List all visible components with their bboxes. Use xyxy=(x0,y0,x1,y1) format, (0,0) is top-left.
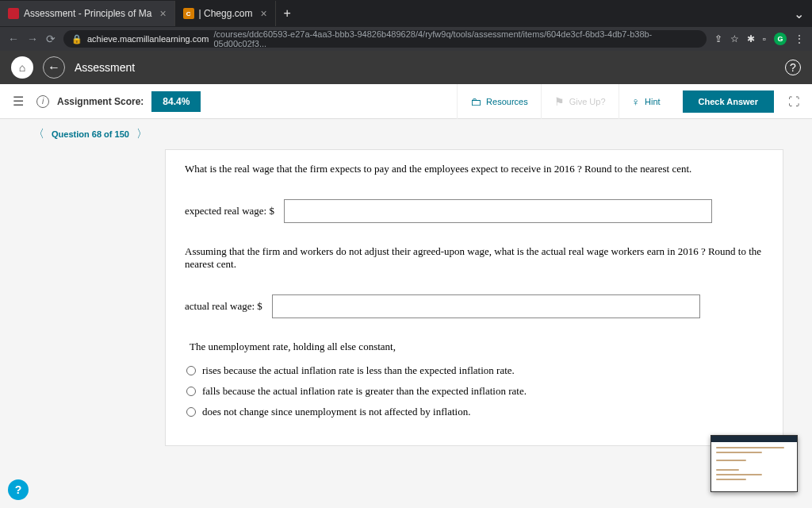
score-value: 84.4% xyxy=(151,91,201,112)
thumbnail-content xyxy=(711,442,797,488)
radio-icon xyxy=(186,366,196,375)
tab-assessment[interactable]: Assessment - Principles of Ma × xyxy=(0,1,175,26)
back-button[interactable]: ← xyxy=(8,33,19,45)
radio-option-3[interactable]: does not change since unemployment is no… xyxy=(185,406,764,418)
list-icon[interactable]: ☰ xyxy=(8,94,29,109)
share-icon[interactable]: ⇪ xyxy=(714,33,722,44)
reload-button[interactable]: ⟳ xyxy=(46,33,56,45)
favicon-icon: C xyxy=(183,8,194,19)
info-icon[interactable]: i xyxy=(36,95,49,108)
lock-icon: 🔒 xyxy=(71,34,82,44)
help-icon[interactable]: ? xyxy=(785,60,801,75)
page-thumbnail[interactable] xyxy=(710,435,798,492)
tab-chegg[interactable]: C | Chegg.com × xyxy=(175,1,276,26)
home-icon[interactable]: ⌂ xyxy=(11,56,33,79)
puzzle-icon[interactable]: ✱ xyxy=(747,33,755,44)
bulb-icon: ♀ xyxy=(632,95,641,108)
device-icon[interactable]: ▫ xyxy=(763,33,766,44)
input-row-actual: actual real wage: $ xyxy=(185,294,764,318)
giveup-button: ⚑ Give Up? xyxy=(541,84,619,119)
close-icon[interactable]: × xyxy=(260,7,266,20)
score-actions: 🗀 Resources ⚑ Give Up? ♀ Hint Check Answ… xyxy=(457,84,804,119)
radio-label: falls because the actual inflation rate … xyxy=(202,385,527,398)
question-prompt-2: Assuming that the firm and workers do no… xyxy=(185,245,764,271)
actual-wage-input[interactable] xyxy=(272,294,700,318)
hint-label: Hint xyxy=(645,97,661,106)
resources-button[interactable]: 🗀 Resources xyxy=(457,84,541,119)
radio-option-1[interactable]: rises because the actual inflation rate … xyxy=(185,364,764,377)
main-area: What is the real wage that the firm expe… xyxy=(0,149,812,508)
fullscreen-icon[interactable]: ⛶ xyxy=(783,95,804,108)
prev-question-button[interactable]: 〈 xyxy=(29,127,49,140)
url-host: achieve.macmillanlearning.com xyxy=(87,34,209,44)
url-path: /courses/ddc60593-e27a-4aa3-bbb3-94826b4… xyxy=(213,29,698,48)
toolbar-icons: ⇪ ☆ ✱ ▫ G ⋮ xyxy=(714,33,804,45)
tab-overflow-icon[interactable]: ⌄ xyxy=(794,6,812,21)
extension-icon[interactable]: G xyxy=(774,33,787,45)
next-question-button[interactable]: 〉 xyxy=(132,127,152,140)
tab-label: | Chegg.com xyxy=(199,8,253,19)
new-tab-button[interactable]: + xyxy=(276,6,299,21)
page-title: Assessment xyxy=(75,61,135,74)
giveup-label: Give Up? xyxy=(569,97,606,106)
input-row-expected: expected real wage: $ xyxy=(185,199,764,223)
radio-icon xyxy=(186,387,196,396)
star-icon[interactable]: ☆ xyxy=(730,33,739,44)
folder-icon: 🗀 xyxy=(470,95,481,108)
thumbnail-header xyxy=(711,436,797,442)
score-bar: ☰ i Assignment Score: 84.4% 🗀 Resources … xyxy=(0,84,812,119)
url-bar[interactable]: 🔒 achieve.macmillanlearning.com /courses… xyxy=(63,30,707,48)
score-label: Assignment Score: xyxy=(57,96,144,107)
question-card: What is the real wage that the firm expe… xyxy=(165,149,783,446)
forward-button[interactable]: → xyxy=(27,33,38,45)
app-header: ⌂ ← Assessment ? xyxy=(0,51,812,84)
radio-icon xyxy=(186,407,196,417)
expected-wage-input[interactable] xyxy=(284,199,712,223)
browser-tab-strip: Assessment - Principles of Ma × C | Cheg… xyxy=(0,0,812,27)
question-prompt-3: The unemployment rate, holding all else … xyxy=(185,341,764,353)
menu-icon[interactable]: ⋮ xyxy=(795,33,804,44)
hint-button[interactable]: ♀ Hint xyxy=(619,84,673,119)
back-circle-button[interactable]: ← xyxy=(43,56,65,79)
question-counter: Question 68 of 150 xyxy=(52,129,129,139)
radio-label: does not change since unemployment is no… xyxy=(202,406,470,418)
help-bubble-button[interactable]: ? xyxy=(8,479,29,500)
tab-label: Assessment - Principles of Ma xyxy=(24,8,151,19)
favicon-icon xyxy=(8,8,19,19)
check-answer-button[interactable]: Check Answer xyxy=(683,90,774,113)
close-icon[interactable]: × xyxy=(159,7,166,20)
radio-label: rises because the actual inflation rate … xyxy=(202,364,515,377)
resources-label: Resources xyxy=(486,97,528,106)
expected-wage-label: expected real wage: $ xyxy=(185,205,274,217)
question-nav: 〈 Question 68 of 150 〉 xyxy=(0,119,812,149)
address-bar-row: ← → ⟳ 🔒 achieve.macmillanlearning.com /c… xyxy=(0,27,812,51)
actual-wage-label: actual real wage: $ xyxy=(185,300,262,313)
flag-icon: ⚑ xyxy=(554,95,565,108)
radio-option-2[interactable]: falls because the actual inflation rate … xyxy=(185,385,764,398)
question-prompt-1: What is the real wage that the firm expe… xyxy=(185,163,764,175)
